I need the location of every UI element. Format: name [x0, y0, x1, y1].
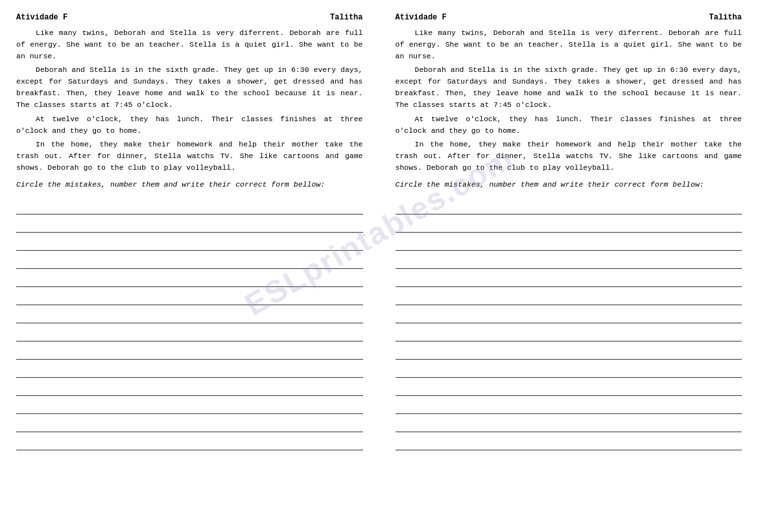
left-instruction: Circle the mistakes, number them and wri… [16, 180, 363, 189]
writing-line[interactable] [16, 378, 363, 396]
writing-line[interactable] [396, 396, 742, 414]
left-worksheet: Atividade F Talitha Like many twins, Deb… [6, 6, 373, 457]
writing-line[interactable] [396, 251, 742, 269]
left-writing-lines [16, 196, 363, 450]
right-text-content: Like many twins, Deborah and Stella is v… [396, 27, 742, 174]
writing-line[interactable] [16, 396, 363, 414]
writing-line[interactable] [396, 378, 742, 396]
writing-line[interactable] [16, 287, 363, 305]
writing-line[interactable] [16, 432, 363, 450]
writing-line[interactable] [16, 196, 363, 214]
writing-line[interactable] [16, 360, 363, 378]
left-para2: Deborah and Stella is in the sixth grade… [16, 64, 363, 110]
right-author: Talitha [709, 13, 742, 22]
left-text-content: Like many twins, Deborah and Stella is v… [16, 27, 363, 174]
right-instruction: Circle the mistakes, number them and wri… [396, 180, 742, 189]
writing-line[interactable] [16, 269, 363, 287]
writing-line[interactable] [396, 269, 742, 287]
left-para3: At twelve o'clock, they has lunch. Their… [16, 113, 363, 137]
writing-line[interactable] [16, 341, 363, 360]
left-title: Atividade F [16, 13, 67, 22]
writing-line[interactable] [396, 341, 742, 360]
left-author: Talitha [330, 13, 362, 22]
left-para4: In the home, they make their homework an… [16, 139, 363, 173]
writing-line[interactable] [396, 305, 742, 323]
writing-line[interactable] [16, 414, 363, 432]
page-container: Atividade F Talitha Like many twins, Deb… [6, 6, 752, 457]
writing-line[interactable] [396, 287, 742, 305]
writing-line[interactable] [396, 323, 742, 341]
writing-line[interactable] [396, 233, 742, 251]
writing-line[interactable] [16, 323, 363, 341]
writing-line[interactable] [16, 305, 363, 323]
right-para4: In the home, they make their homework an… [396, 139, 742, 173]
right-header: Atividade F Talitha [396, 13, 742, 22]
writing-line[interactable] [16, 214, 363, 233]
right-para1: Like many twins, Deborah and Stella is v… [396, 27, 742, 62]
left-header: Atividade F Talitha [16, 13, 363, 22]
writing-line[interactable] [396, 214, 742, 233]
right-worksheet: Atividade F Talitha Like many twins, Deb… [386, 6, 752, 457]
writing-line[interactable] [396, 414, 742, 432]
right-writing-lines [396, 196, 742, 450]
right-title: Atividade F [396, 13, 447, 22]
writing-line[interactable] [396, 360, 742, 378]
left-para1: Like many twins, Deborah and Stella is v… [16, 27, 363, 62]
writing-line[interactable] [16, 251, 363, 269]
writing-line[interactable] [396, 196, 742, 214]
writing-line[interactable] [16, 233, 363, 251]
writing-line[interactable] [396, 432, 742, 450]
right-para2: Deborah and Stella is in the sixth grade… [396, 64, 742, 110]
right-para3: At twelve o'clock, they has lunch. Their… [396, 113, 742, 137]
